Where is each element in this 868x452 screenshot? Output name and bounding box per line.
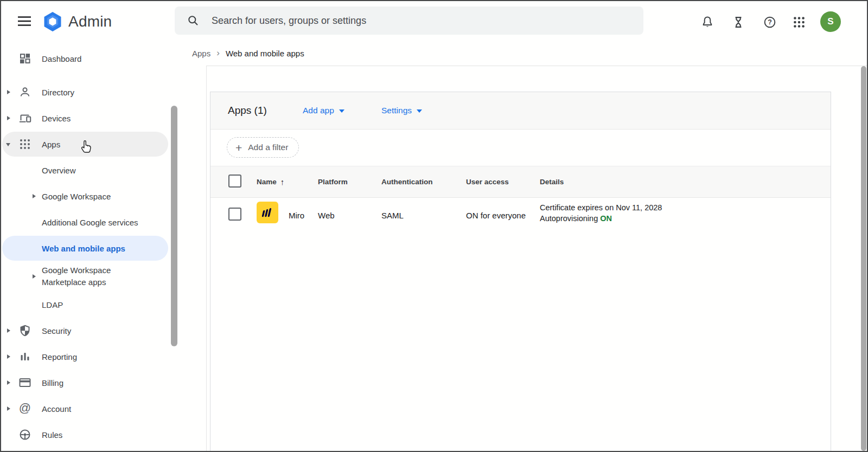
at-sign-icon: @ xyxy=(18,402,31,415)
cell-app-name[interactable]: Miro xyxy=(289,198,304,233)
breadcrumb-current-page: Web and mobile apps xyxy=(226,49,304,58)
add-filter-label: Add a filter xyxy=(248,143,288,152)
admin-console-window: Home Dashboard Directory xyxy=(0,0,868,452)
card-header: Apps (1) Add app Settings xyxy=(210,92,831,130)
filter-row: + Add a filter xyxy=(210,130,831,166)
settings-button[interactable]: Settings xyxy=(381,92,422,129)
header-divider xyxy=(175,66,867,66)
certificate-expiry-text: Certificate expires on Nov 11, 2028 xyxy=(540,203,662,212)
credit-card-icon xyxy=(18,376,31,389)
cell-authentication: SAML xyxy=(381,198,404,233)
sidebar-item-label: Dashboard xyxy=(42,54,81,63)
pending-tasks-hourglass-icon[interactable] xyxy=(731,15,745,29)
sidebar-item-reporting[interactable]: Reporting xyxy=(1,344,206,370)
apps-list-card: Apps (1) Add app Settings + Add a filter… xyxy=(210,92,831,451)
add-app-label: Add app xyxy=(303,106,334,115)
sidebar-item-account[interactable]: @ Account xyxy=(1,396,206,422)
bar-chart-icon xyxy=(18,350,31,363)
chevron-right-icon: › xyxy=(216,48,220,59)
sidebar-item-label: Devices xyxy=(42,114,71,123)
miro-app-logo xyxy=(257,202,278,223)
expand-arrow-icon[interactable] xyxy=(7,354,10,359)
cell-details: Certificate expires on Nov 11, 2028 Auto… xyxy=(540,203,662,224)
sidebar-item-label: Account xyxy=(42,404,71,414)
devices-icon xyxy=(18,112,31,125)
column-label: Name xyxy=(257,178,277,186)
account-avatar[interactable]: S xyxy=(820,11,841,32)
cell-user-access: ON for everyone xyxy=(466,198,526,233)
topbar: Admin Search for users, groups or settin… xyxy=(1,1,867,39)
cell-platform: Web xyxy=(318,198,335,233)
column-header-name[interactable]: Name ↑ xyxy=(257,166,284,197)
table-header-row: Name ↑ Platform Authentication User acce… xyxy=(210,166,831,198)
sidebar-item-label: Web and mobile apps xyxy=(42,244,125,253)
dropdown-caret-icon xyxy=(417,109,422,113)
dropdown-caret-icon xyxy=(339,109,344,113)
person-icon xyxy=(18,86,31,99)
breadcrumb-apps-link[interactable]: Apps xyxy=(192,49,210,58)
expand-arrow-icon[interactable] xyxy=(33,274,36,279)
content-left-border xyxy=(206,66,207,451)
search-input[interactable]: Search for users, groups or settings xyxy=(175,7,643,35)
settings-label: Settings xyxy=(381,106,412,115)
sidebar-item-label: LDAP xyxy=(42,300,63,309)
sidebar-item-label: Apps xyxy=(42,140,60,149)
table-row-miro[interactable]: Miro Web SAML ON for everyone Certificat… xyxy=(210,198,831,233)
expand-arrow-icon[interactable] xyxy=(7,380,10,385)
add-app-button[interactable]: Add app xyxy=(303,92,344,129)
expand-arrow-icon[interactable] xyxy=(33,194,36,198)
search-icon xyxy=(187,14,200,29)
sidebar-item-label: Directory xyxy=(42,88,74,97)
page-scrollbar[interactable] xyxy=(861,66,866,451)
notifications-bell-icon[interactable] xyxy=(700,15,714,29)
sidebar-item-home[interactable]: Home xyxy=(1,39,206,46)
sidebar-item-label: Google Workspace xyxy=(42,192,111,201)
hamburger-menu-icon[interactable] xyxy=(17,15,31,28)
column-header-platform[interactable]: Platform xyxy=(318,166,348,197)
collapse-arrow-icon[interactable] xyxy=(6,143,10,146)
sort-ascending-icon: ↑ xyxy=(280,177,285,186)
apps-count-title: Apps (1) xyxy=(228,92,267,129)
column-header-user-access[interactable]: User access xyxy=(466,166,509,197)
row-checkbox[interactable] xyxy=(228,208,241,221)
sidebar-item-label: Overview xyxy=(42,166,76,175)
expand-arrow-icon[interactable] xyxy=(7,406,10,411)
shield-icon xyxy=(18,324,31,337)
sidebar-item-label: Google Workspace Marketplace apps xyxy=(42,264,153,288)
select-all-checkbox[interactable] xyxy=(228,175,241,188)
svg-text:?: ? xyxy=(768,18,772,26)
steering-wheel-icon xyxy=(18,428,31,441)
expand-arrow-icon[interactable] xyxy=(7,90,10,94)
plus-icon: + xyxy=(235,142,242,153)
sidebar-scrollbar[interactable] xyxy=(171,106,177,346)
sidebar-item-label: Additional Google services xyxy=(42,218,138,227)
search-placeholder: Search for users, groups or settings xyxy=(212,7,366,35)
dashboard-icon xyxy=(18,52,31,65)
sidebar-item-directory[interactable]: Directory xyxy=(1,79,206,105)
expand-arrow-icon[interactable] xyxy=(7,328,10,333)
sidebar-item-label: Reporting xyxy=(42,352,77,361)
sidebar-item-dashboard[interactable]: Dashboard xyxy=(1,46,206,72)
sidebar-item-rules[interactable]: Rules xyxy=(1,422,206,448)
add-filter-button[interactable]: + Add a filter xyxy=(227,137,299,158)
apps-icon xyxy=(18,138,31,151)
help-icon[interactable]: ? xyxy=(763,15,777,29)
column-header-authentication[interactable]: Authentication xyxy=(381,166,433,197)
sidebar-item-label: Security xyxy=(42,326,71,335)
expand-arrow-icon[interactable] xyxy=(7,116,10,120)
sidebar-item-billing[interactable]: Billing xyxy=(1,370,206,396)
autoprovisioning-status-badge: ON xyxy=(600,214,612,223)
breadcrumb: Apps › Web and mobile apps xyxy=(192,47,304,59)
sidebar-item-label: Billing xyxy=(42,378,63,388)
google-apps-grid-icon[interactable] xyxy=(792,15,806,29)
product-title: Admin xyxy=(68,13,112,30)
sidebar-item-label: Rules xyxy=(42,430,62,440)
admin-hexagon-logo xyxy=(41,10,64,33)
autoprovisioning-label: Autoprovisioning xyxy=(540,214,598,223)
column-header-details[interactable]: Details xyxy=(540,166,564,197)
